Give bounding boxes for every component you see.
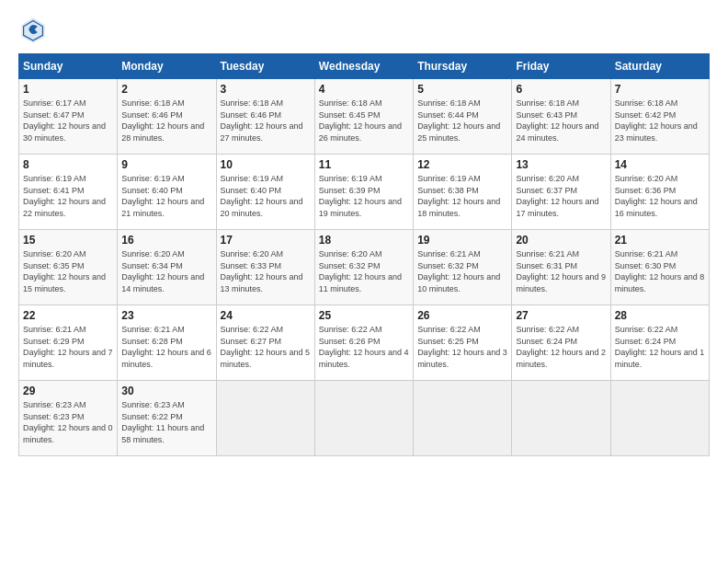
day-detail: Sunrise: 6:19 AMSunset: 6:40 PMDaylight:… xyxy=(121,173,211,219)
day-detail: Sunrise: 6:18 AMSunset: 6:44 PMDaylight:… xyxy=(417,98,507,144)
calendar-day: 13Sunrise: 6:20 AMSunset: 6:37 PMDayligh… xyxy=(512,155,610,230)
day-number: 23 xyxy=(121,309,211,322)
day-detail: Sunrise: 6:22 AMSunset: 6:24 PMDaylight:… xyxy=(615,324,705,370)
day-number: 21 xyxy=(615,234,705,247)
day-detail: Sunrise: 6:18 AMSunset: 6:43 PMDaylight:… xyxy=(516,98,606,144)
day-detail: Sunrise: 6:19 AMSunset: 6:38 PMDaylight:… xyxy=(417,173,507,219)
calendar-day: 10Sunrise: 6:19 AMSunset: 6:40 PMDayligh… xyxy=(216,155,314,230)
day-detail: Sunrise: 6:20 AMSunset: 6:36 PMDaylight:… xyxy=(615,173,705,219)
day-number: 7 xyxy=(615,83,705,96)
calendar-day: 22Sunrise: 6:21 AMSunset: 6:29 PMDayligh… xyxy=(19,305,118,381)
calendar-day: 26Sunrise: 6:22 AMSunset: 6:25 PMDayligh… xyxy=(414,305,512,381)
header xyxy=(18,15,710,44)
day-number: 27 xyxy=(516,309,606,322)
calendar-day: 3Sunrise: 6:18 AMSunset: 6:46 PMDaylight… xyxy=(216,79,314,155)
day-detail: Sunrise: 6:20 AMSunset: 6:35 PMDaylight:… xyxy=(23,248,113,294)
day-detail: Sunrise: 6:19 AMSunset: 6:39 PMDaylight:… xyxy=(319,173,409,219)
calendar-day: 12Sunrise: 6:19 AMSunset: 6:38 PMDayligh… xyxy=(414,155,512,230)
day-detail: Sunrise: 6:18 AMSunset: 6:42 PMDaylight:… xyxy=(615,98,705,144)
calendar-day: 7Sunrise: 6:18 AMSunset: 6:42 PMDaylight… xyxy=(610,79,709,155)
calendar-week-5: 29Sunrise: 6:23 AMSunset: 6:23 PMDayligh… xyxy=(19,381,710,456)
calendar-day: 9Sunrise: 6:19 AMSunset: 6:40 PMDaylight… xyxy=(118,155,216,230)
weekday-monday: Monday xyxy=(118,54,216,79)
weekday-wednesday: Wednesday xyxy=(314,54,413,79)
day-number: 8 xyxy=(23,158,113,171)
day-detail: Sunrise: 6:22 AMSunset: 6:27 PMDaylight:… xyxy=(221,324,311,370)
weekday-saturday: Saturday xyxy=(610,54,709,79)
day-number: 17 xyxy=(221,234,311,247)
day-number: 12 xyxy=(417,158,507,171)
day-detail: Sunrise: 6:18 AMSunset: 6:45 PMDaylight:… xyxy=(319,98,409,144)
calendar-day: 20Sunrise: 6:21 AMSunset: 6:31 PMDayligh… xyxy=(512,230,610,305)
calendar-day: 18Sunrise: 6:20 AMSunset: 6:32 PMDayligh… xyxy=(314,230,413,305)
day-detail: Sunrise: 6:17 AMSunset: 6:47 PMDaylight:… xyxy=(23,98,113,144)
day-detail: Sunrise: 6:22 AMSunset: 6:24 PMDaylight:… xyxy=(516,324,606,370)
day-number: 29 xyxy=(23,385,113,397)
day-detail: Sunrise: 6:18 AMSunset: 6:46 PMDaylight:… xyxy=(121,98,211,144)
weekday-sunday: Sunday xyxy=(19,54,118,79)
day-detail: Sunrise: 6:21 AMSunset: 6:30 PMDaylight:… xyxy=(615,248,705,294)
day-number: 14 xyxy=(615,158,705,171)
day-number: 24 xyxy=(221,309,311,322)
calendar-day xyxy=(314,381,413,456)
calendar-day: 16Sunrise: 6:20 AMSunset: 6:34 PMDayligh… xyxy=(118,230,216,305)
weekday-header-row: SundayMondayTuesdayWednesdayThursdayFrid… xyxy=(19,54,710,79)
page: SundayMondayTuesdayWednesdayThursdayFrid… xyxy=(0,0,728,563)
calendar-day: 8Sunrise: 6:19 AMSunset: 6:41 PMDaylight… xyxy=(19,155,118,230)
calendar-day xyxy=(414,381,512,456)
calendar-day: 14Sunrise: 6:20 AMSunset: 6:36 PMDayligh… xyxy=(610,155,709,230)
day-detail: Sunrise: 6:18 AMSunset: 6:46 PMDaylight:… xyxy=(221,98,311,144)
day-detail: Sunrise: 6:22 AMSunset: 6:25 PMDaylight:… xyxy=(417,324,507,370)
calendar-header: SundayMondayTuesdayWednesdayThursdayFrid… xyxy=(19,54,710,79)
day-detail: Sunrise: 6:20 AMSunset: 6:37 PMDaylight:… xyxy=(516,173,606,219)
day-detail: Sunrise: 6:21 AMSunset: 6:31 PMDaylight:… xyxy=(516,248,606,294)
day-number: 2 xyxy=(121,83,211,96)
calendar-day xyxy=(610,381,709,456)
calendar-week-2: 8Sunrise: 6:19 AMSunset: 6:41 PMDaylight… xyxy=(19,155,710,230)
calendar: SundayMondayTuesdayWednesdayThursdayFrid… xyxy=(18,53,710,456)
weekday-thursday: Thursday xyxy=(414,54,512,79)
calendar-day: 27Sunrise: 6:22 AMSunset: 6:24 PMDayligh… xyxy=(512,305,610,381)
calendar-day: 29Sunrise: 6:23 AMSunset: 6:23 PMDayligh… xyxy=(19,381,118,456)
calendar-day: 25Sunrise: 6:22 AMSunset: 6:26 PMDayligh… xyxy=(314,305,413,381)
day-number: 20 xyxy=(516,234,606,247)
calendar-week-3: 15Sunrise: 6:20 AMSunset: 6:35 PMDayligh… xyxy=(19,230,710,305)
calendar-day: 15Sunrise: 6:20 AMSunset: 6:35 PMDayligh… xyxy=(19,230,118,305)
calendar-day: 19Sunrise: 6:21 AMSunset: 6:32 PMDayligh… xyxy=(414,230,512,305)
calendar-day: 21Sunrise: 6:21 AMSunset: 6:30 PMDayligh… xyxy=(610,230,709,305)
day-detail: Sunrise: 6:20 AMSunset: 6:33 PMDaylight:… xyxy=(221,248,311,294)
calendar-body: 1Sunrise: 6:17 AMSunset: 6:47 PMDaylight… xyxy=(19,79,710,456)
calendar-day xyxy=(216,381,314,456)
day-number: 15 xyxy=(23,234,113,247)
calendar-day: 2Sunrise: 6:18 AMSunset: 6:46 PMDaylight… xyxy=(118,79,216,155)
calendar-day: 1Sunrise: 6:17 AMSunset: 6:47 PMDaylight… xyxy=(19,79,118,155)
day-number: 26 xyxy=(417,309,507,322)
day-number: 4 xyxy=(319,83,409,96)
day-detail: Sunrise: 6:23 AMSunset: 6:22 PMDaylight:… xyxy=(121,399,211,445)
day-number: 1 xyxy=(23,83,113,96)
calendar-week-1: 1Sunrise: 6:17 AMSunset: 6:47 PMDaylight… xyxy=(19,79,710,155)
calendar-day: 24Sunrise: 6:22 AMSunset: 6:27 PMDayligh… xyxy=(216,305,314,381)
calendar-day xyxy=(512,381,610,456)
day-number: 5 xyxy=(417,83,507,96)
weekday-tuesday: Tuesday xyxy=(216,54,314,79)
day-number: 6 xyxy=(516,83,606,96)
day-number: 16 xyxy=(121,234,211,247)
calendar-day: 5Sunrise: 6:18 AMSunset: 6:44 PMDaylight… xyxy=(414,79,512,155)
calendar-day: 11Sunrise: 6:19 AMSunset: 6:39 PMDayligh… xyxy=(314,155,413,230)
day-number: 25 xyxy=(319,309,409,322)
day-number: 11 xyxy=(319,158,409,171)
day-detail: Sunrise: 6:22 AMSunset: 6:26 PMDaylight:… xyxy=(319,324,409,370)
calendar-day: 6Sunrise: 6:18 AMSunset: 6:43 PMDaylight… xyxy=(512,79,610,155)
day-detail: Sunrise: 6:20 AMSunset: 6:34 PMDaylight:… xyxy=(121,248,211,294)
day-detail: Sunrise: 6:21 AMSunset: 6:29 PMDaylight:… xyxy=(23,324,113,370)
calendar-day: 28Sunrise: 6:22 AMSunset: 6:24 PMDayligh… xyxy=(610,305,709,381)
calendar-day: 17Sunrise: 6:20 AMSunset: 6:33 PMDayligh… xyxy=(216,230,314,305)
day-number: 3 xyxy=(221,83,311,96)
day-number: 9 xyxy=(121,158,211,171)
calendar-day: 23Sunrise: 6:21 AMSunset: 6:28 PMDayligh… xyxy=(118,305,216,381)
day-number: 10 xyxy=(221,158,311,171)
generalblue-logo-icon xyxy=(18,15,48,44)
day-number: 30 xyxy=(121,385,211,397)
day-detail: Sunrise: 6:19 AMSunset: 6:41 PMDaylight:… xyxy=(23,173,113,219)
